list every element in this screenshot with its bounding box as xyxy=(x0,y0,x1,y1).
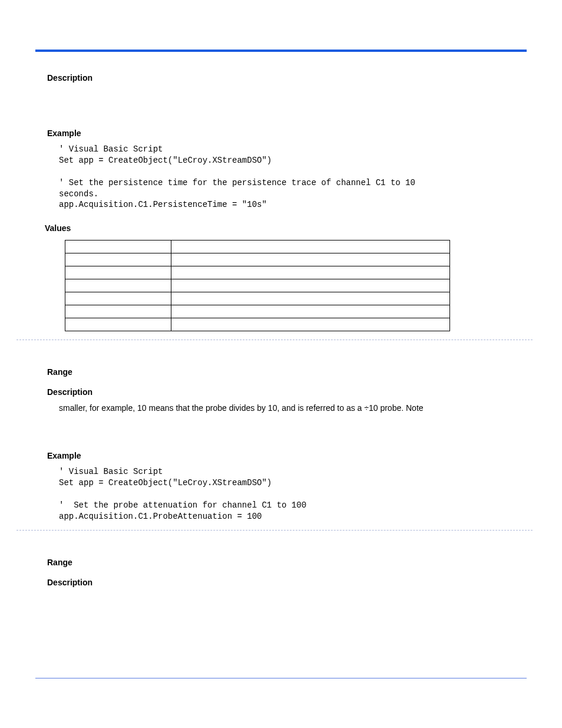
table-row xyxy=(65,292,450,305)
code-line: ' Visual Basic Script xyxy=(59,467,163,476)
table-row xyxy=(65,305,450,318)
code-line: app.Acquisition.C1.PersistenceTime = "10… xyxy=(59,200,267,209)
code-line: ' Set the persistence time for the persi… xyxy=(59,178,420,187)
description-heading-2: Description xyxy=(47,387,515,397)
table-cell xyxy=(65,305,171,318)
table-cell xyxy=(171,253,450,266)
header-rule xyxy=(35,50,527,52)
table-cell xyxy=(65,318,171,331)
code-line: Set app = CreateObject("LeCroy.XStreamDS… xyxy=(59,156,272,165)
code-block-2: ' Visual Basic Script Set app = CreateOb… xyxy=(59,466,515,522)
footer-rule xyxy=(35,678,527,678)
table-cell xyxy=(171,266,450,279)
table-cell xyxy=(171,318,450,331)
code-line: ' Set the probe attenuation for channel … xyxy=(59,500,306,510)
table-row xyxy=(65,318,450,331)
description-heading-3: Description xyxy=(47,578,515,587)
table-row xyxy=(65,279,450,292)
code-line: app.Acquisition.C1.ProbeAttenuation = 10… xyxy=(59,512,262,521)
table-row xyxy=(65,241,450,253)
table-cell xyxy=(171,305,450,318)
example-heading-2: Example xyxy=(47,451,515,460)
code-line: Set app = CreateObject("LeCroy.XStreamDS… xyxy=(59,478,272,487)
table-row xyxy=(65,253,450,266)
table-cell xyxy=(171,241,450,253)
values-heading: Values xyxy=(45,223,515,233)
example-heading-1: Example xyxy=(47,129,515,138)
table-cell xyxy=(65,253,171,266)
description-body-2: smaller, for example, 10 means that the … xyxy=(59,403,515,414)
code-line: ' Visual Basic Script xyxy=(59,144,163,154)
table-row xyxy=(65,266,450,279)
code-line: seconds. xyxy=(59,189,98,199)
table-cell xyxy=(65,279,171,292)
code-block-1: ' Visual Basic Script Set app = CreateOb… xyxy=(59,144,515,210)
content-area: Description Example ' Visual Basic Scrip… xyxy=(0,73,562,587)
table-cell xyxy=(65,241,171,253)
values-table xyxy=(65,240,450,331)
table-cell xyxy=(171,292,450,305)
table-cell xyxy=(65,292,171,305)
table-cell xyxy=(171,279,450,292)
description-heading-1: Description xyxy=(47,73,515,83)
table-cell xyxy=(65,266,171,279)
page: Description Example ' Visual Basic Scrip… xyxy=(0,50,562,587)
range-heading-3: Range xyxy=(47,558,515,567)
range-heading-2: Range xyxy=(47,367,515,377)
